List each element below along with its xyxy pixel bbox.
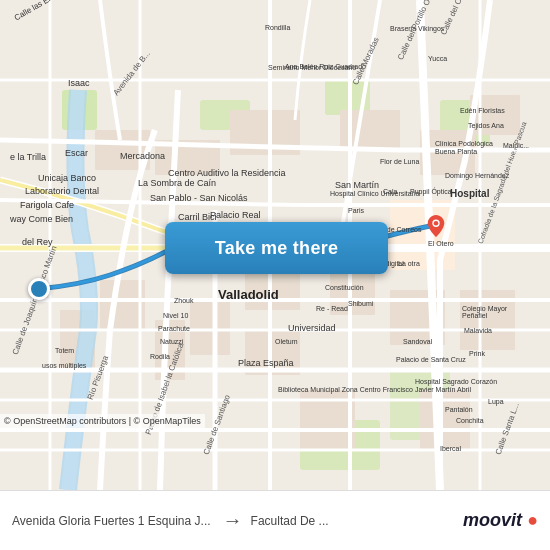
map-container: Calle las Eras Isaac Escar e la Trilla U… (0, 0, 550, 490)
bottom-from: Avenida Gloria Fuertes 1 Esquina J... (12, 514, 215, 528)
from-label: Avenida Gloria Fuertes 1 Esquina J... (12, 514, 215, 528)
svg-rect-16 (245, 270, 300, 310)
destination-marker (427, 215, 445, 237)
take-me-there-button[interactable]: Take me there (165, 222, 388, 274)
bottom-to: Facultad De ... (251, 514, 454, 528)
moovit-text: moovit (463, 510, 522, 530)
origin-marker (28, 278, 50, 300)
svg-rect-17 (190, 300, 230, 355)
moovit-dot: ● (527, 510, 538, 530)
attribution: © OpenStreetMap contributors | © OpenMap… (0, 414, 205, 428)
svg-point-26 (434, 221, 439, 226)
svg-rect-21 (100, 280, 145, 330)
route-arrow: → (223, 509, 243, 532)
svg-rect-19 (330, 270, 375, 315)
bottom-bar: Avenida Gloria Fuertes 1 Esquina J... → … (0, 490, 550, 550)
to-label: Facultad De ... (251, 514, 454, 528)
moovit-logo: moovit ● (463, 510, 538, 531)
